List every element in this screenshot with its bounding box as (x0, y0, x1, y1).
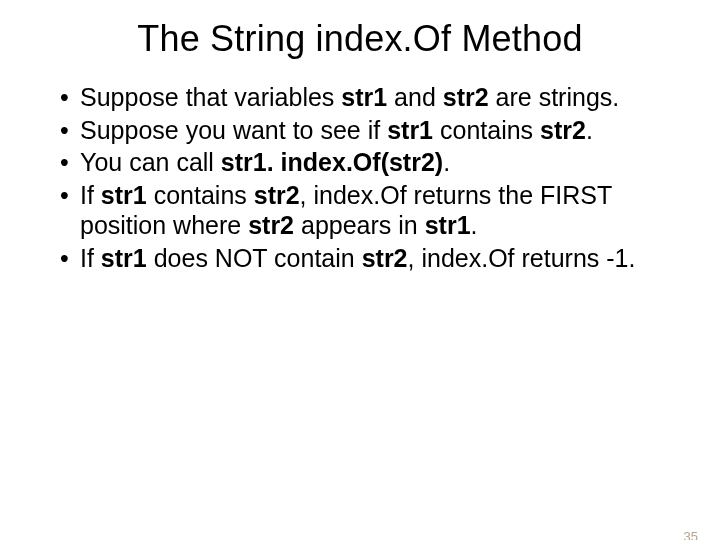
bullet-text: Suppose you want to see if (80, 116, 387, 144)
bullet-text: str1 (425, 211, 471, 239)
title-post: Method (451, 18, 582, 59)
bullet-text: str2 (362, 244, 408, 272)
bullet-text: , index.Of returns -1. (408, 244, 636, 272)
bullet-item: Suppose you want to see if str1 contains… (60, 115, 672, 146)
bullet-text: does NOT contain (147, 244, 362, 272)
bullet-text: contains (433, 116, 540, 144)
bullet-text: are strings. (489, 83, 620, 111)
bullet-text: . (443, 148, 450, 176)
title-pre: The String (137, 18, 315, 59)
bullet-text: str1 (101, 244, 147, 272)
bullet-text: . (471, 211, 478, 239)
bullet-item: Suppose that variables str1 and str2 are… (60, 82, 672, 113)
slide-title: The String index.Of Method (0, 18, 720, 60)
bullet-text: and (387, 83, 443, 111)
bullet-text: str2 (248, 211, 294, 239)
bullet-text: str1 (101, 181, 147, 209)
bullet-text: appears in (294, 211, 425, 239)
bullet-item: You can call str1. index.Of(str2). (60, 147, 672, 178)
bullet-item: If str1 does NOT contain str2, index.Of … (60, 243, 672, 274)
bullet-text: str2 (254, 181, 300, 209)
slide: The String index.Of Method Suppose that … (0, 18, 720, 540)
bullet-text: Suppose that variables (80, 83, 341, 111)
bullet-text: str1 (387, 116, 433, 144)
bullet-text: If (80, 244, 101, 272)
bullet-list: Suppose that variables str1 and str2 are… (60, 82, 672, 273)
title-bold: index.Of (316, 18, 452, 59)
bullet-text: You can call (80, 148, 221, 176)
bullet-item: If str1 contains str2, index.Of returns … (60, 180, 672, 241)
bullet-text: str1. index.Of(str2) (221, 148, 443, 176)
bullet-text: If (80, 181, 101, 209)
bullet-text: str1 (341, 83, 387, 111)
bullet-text: contains (147, 181, 254, 209)
bullet-text: str2 (540, 116, 586, 144)
bullet-text: str2 (443, 83, 489, 111)
slide-body: Suppose that variables str1 and str2 are… (0, 82, 720, 273)
page-number: 35 (684, 529, 698, 540)
bullet-text: . (586, 116, 593, 144)
